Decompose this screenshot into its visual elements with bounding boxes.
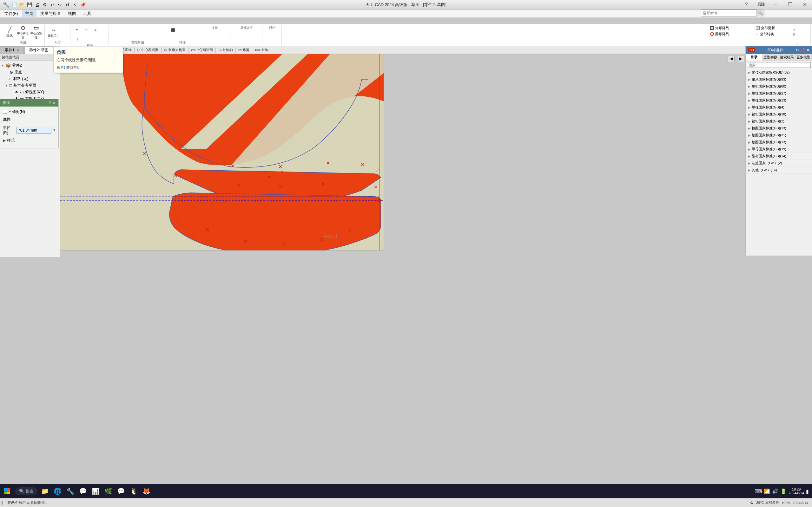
print-btn[interactable]: 🖨 [34,1,41,8]
ribbon-toggle-btn[interactable]: ⌨ [754,0,768,9]
help-btn[interactable]: ? [739,0,754,9]
canvas-area[interactable]: FRONT [60,54,384,250]
line-btn[interactable]: ╱ 直线 [3,25,16,39]
new-btn[interactable]: 📄 [11,1,18,8]
relate-btn-3[interactable]: ⊥ [91,25,100,34]
right-item-2[interactable]: ▶ 螺钉国家标准(GB)(80) [746,83,812,90]
close-sketch-btn[interactable]: ✓ 关闭草图 [787,40,806,46]
taskbar-app2-btn[interactable]: 🌿 [102,486,114,497]
show-desktop-btn[interactable]: ▮ [806,488,809,494]
relate-btn-4[interactable]: ∥ [73,35,82,44]
circ-array-btn[interactable]: ⭕ 圆形阵列 [709,32,730,37]
taskbar-wechat-btn[interactable]: 💬 [115,486,126,497]
right-item-7[interactable]: ▶ 销钉国家标准(GB)(2) [746,118,812,125]
tree-item-material[interactable]: □ 材料 (无) [0,75,60,82]
right-item-11[interactable]: ▶ 螺母国家标准(GB)(19) [746,146,812,153]
right-item-4[interactable]: ▶ 螺柱国家标准(GB)(13) [746,97,812,104]
right-item-13[interactable]: ▶ 法兰国家（GB）(2) [746,160,812,167]
view-next-btn[interactable]: ▶ [737,55,744,62]
fillet-help-btn[interactable]: ? [49,101,51,105]
right-item-6[interactable]: ▶ 销钉国家标准(GB)(38) [746,111,812,118]
right-tab-results[interactable]: 搜索结果 [779,54,796,61]
tray-icon-1[interactable]: ⌨ [755,488,762,494]
feature-btn-1[interactable]: ⬛ [168,25,177,34]
taskbar-file-manager-btn[interactable]: 📁 [39,486,50,497]
right-tab-params[interactable]: 选型参数 [762,54,779,61]
right-item-0[interactable]: ▶ 常传动国家标准(GB)(32) [746,69,812,76]
relate-btn-2[interactable]: ⊣ [82,25,91,34]
right-panel-close-icon[interactable]: ✕ [806,48,809,52]
right-item-8[interactable]: ▶ 挡圈国家标准(GB)(13) [746,125,812,132]
search-box[interactable]: 🔍 [701,9,764,16]
right-panel-pin-icon[interactable]: 📌 [800,48,805,52]
smart-dim-btn[interactable]: ↔ 智能尺寸 [47,25,60,39]
right-tab-catalog[interactable]: 目录 [746,54,762,61]
taskbar-app1-btn[interactable]: 📊 [90,486,101,497]
view-prev-btn[interactable]: ◀ [727,55,734,62]
smart-sketch-btn-2[interactable] [120,25,130,34]
open-btn[interactable]: 📂 [18,1,26,8]
rect-btn[interactable]: ▭ 中心面矩形 [30,25,43,39]
sk-trim-btn[interactable]: ✂ 修剪 [237,47,251,53]
right-tab-more[interactable]: 更多模型 [796,54,812,61]
fillet-style-row[interactable]: ▶ 样式 [3,137,56,143]
taskbar-chat-btn[interactable]: 💬 [77,486,89,497]
taskbar-browser-btn[interactable]: 🦊 [141,486,152,497]
fillet-radius-input[interactable] [16,127,51,134]
sk-sym-btn[interactable]: ⟺ 对称 [254,47,270,53]
menu-view[interactable]: 视图 [65,10,79,17]
tree-item-part2[interactable]: ▼ 📦 零件2 [0,62,60,69]
relate-btn-1[interactable]: ⊢ [73,25,82,34]
right-search-input[interactable] [747,62,811,68]
search-icon[interactable]: 🔍 [757,9,764,16]
right-item-10[interactable]: ▶ 垫圈国家标准(GB)(13) [746,139,812,146]
tray-battery-icon[interactable]: 🔋 [780,488,786,494]
menu-measure[interactable]: 测量与检查 [37,10,64,17]
taskbar-clock[interactable]: 19:29 2024/8/14 [789,487,804,495]
tab-part1[interactable]: 零件1 ✕ [0,46,24,54]
no-trim-checkbox[interactable] [3,110,7,114]
sk-create-const-btn[interactable]: ⊕ 创建为构造 [163,47,187,53]
undo-btn[interactable]: ↩ [49,1,56,8]
block-btn[interactable]: □ 块 [787,25,800,39]
taskbar-cad-btn[interactable]: 🔧 [64,486,76,497]
menu-tools[interactable]: 工具 [80,10,95,17]
fillet-close-btn[interactable]: ✕ [53,101,56,105]
refresh-btn[interactable]: ↺ [64,1,71,8]
tab-part1-close[interactable]: ✕ [16,49,19,52]
menu-file[interactable]: 文件(F) [1,10,21,17]
right-item-3[interactable]: ▶ 螺栓国家标准(GB)(27) [746,90,812,97]
tray-volume-icon[interactable]: 🔊 [772,488,778,494]
tree-item-origin[interactable]: ⊕ 原点 [0,69,60,75]
menu-home[interactable]: 主页 [22,10,37,17]
rect-array-btn[interactable]: 🔲 矩形阵列 [709,25,730,31]
redo-btn[interactable]: ↪ [56,1,63,8]
right-item-1[interactable]: ▶ 轴承国家标准(GB)(93) [746,76,812,83]
smart-sketch-btn-1[interactable] [111,25,120,34]
sk-center-rect-btn[interactable]: ▭ 中心画矩形 [190,47,214,53]
right-item-12[interactable]: ▶ 型材国家标准(GB)(14) [746,153,812,160]
full-update-btn[interactable]: 🔄 全部更新 [754,25,776,31]
pin-btn[interactable]: 📌 [79,1,86,8]
sk-sym-axis-btn[interactable]: ⊸ 对称轴 [217,47,234,53]
tab-part2-sketch[interactable]: 零件2: 草图 [24,46,53,54]
taskbar-qq-btn[interactable]: 🐧 [128,486,139,497]
taskbar-search-btn[interactable]: 🔍 搜索 [15,487,37,495]
right-item-5[interactable]: ▶ 螺柱国家标准(GB)(4) [746,104,812,111]
tree-item-top-view[interactable]: 👁 ▭ 俯视图(XY) [0,89,60,96]
taskbar-edge-btn[interactable]: 🌐 [52,486,63,497]
save-btn[interactable]: 💾 [26,1,33,8]
fillet-dropdown-icon[interactable]: ▼ [53,128,56,132]
taskbar-start-btn[interactable] [0,484,14,498]
restore-btn[interactable]: ❐ [783,0,797,9]
tree-item-ref-planes[interactable]: ▼ □ 基本参考平面 [0,82,60,89]
sk-circle-btn[interactable]: ⊙ 中心和点圆 [136,47,160,53]
minimize-btn[interactable]: ─ [768,0,783,9]
settings-btn[interactable]: ⚙ [41,1,48,8]
right-item-14[interactable]: ▶ 其他（GB）(16) [746,167,812,174]
tray-network-icon[interactable]: 📶 [764,488,770,494]
cursor-btn[interactable]: ↖ [72,1,79,8]
close-btn[interactable]: ✕ [797,0,812,9]
right-panel-settings-icon[interactable]: ⚙ [796,48,799,52]
circle-center-btn[interactable]: ⊙ 中心和点圆 [16,25,29,39]
